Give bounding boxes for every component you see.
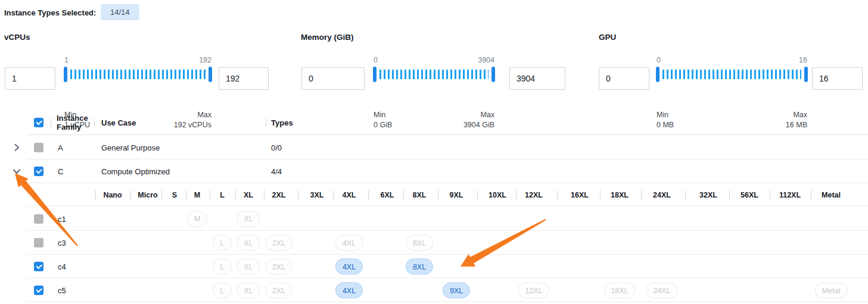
slider-ticks [70,70,206,79]
size-pill[interactable]: XL [237,283,260,299]
slider-handle-max[interactable] [804,67,808,82]
filter-section: GPU 0 16 Min Max 0 MB 16 MB [599,30,868,108]
size-pill[interactable]: 24XL [646,283,677,299]
row-checkbox[interactable] [34,167,43,176]
use-case: General Purpose [101,143,160,152]
slider-handle-max[interactable] [209,67,212,82]
column-separator [298,190,298,200]
column-separator [770,190,770,200]
column-separator [557,190,558,200]
size-column-header: 16XL [571,191,589,199]
size-pill[interactable]: 4XL [335,259,363,275]
size-column-header: 18XL [611,191,629,199]
select-all-checkbox[interactable] [34,118,43,127]
filter-title: Memory (GiB) [301,33,354,42]
instance-row: c1 MXL [0,206,868,231]
instance-family: A [58,143,63,152]
max-input[interactable] [812,67,863,90]
size-pill[interactable]: XL [237,235,260,251]
column-separator [438,190,438,200]
family-group-row: A General Purpose 0/0 [0,135,868,159]
column-separator [685,190,686,200]
column-separator [729,190,730,200]
slider-track[interactable] [64,67,211,82]
size-pill[interactable]: XL [237,211,260,227]
size-column-header: 56XL [741,191,758,199]
size-pill[interactable]: 2XL [265,235,293,251]
slider-handle-min[interactable] [373,67,377,82]
size-column-header: Nano [103,191,122,199]
column-separator [94,118,95,127]
row-checkbox[interactable] [34,262,43,271]
size-column-header: M [194,191,200,199]
size-pill[interactable]: 8XL [406,259,433,275]
column-separator [333,190,334,200]
column-separator [641,190,642,200]
row-divider [27,302,868,302]
size-pill[interactable]: L [213,259,232,275]
size-column-header: S [172,191,177,199]
column-separator [235,190,236,200]
size-pill[interactable]: 8XL [406,235,433,251]
size-column-header: 4XL [343,191,356,199]
collapse-toggle[interactable] [12,167,21,176]
size-pill[interactable]: 12XL [518,283,549,299]
range-slider[interactable]: 0 3904 Min Max 0 GiB 3904 GiB [374,56,494,109]
slider-handle-min[interactable] [64,67,67,82]
instance-name: c5 [58,286,66,295]
size-pill[interactable]: 18XL [603,283,635,299]
min-input[interactable] [599,67,649,90]
row-checkbox[interactable] [34,286,43,295]
types-count: 0/0 [271,143,282,152]
instance-types-table: Instance Family Use Case Types A General… [0,110,868,302]
column-separator [266,118,266,127]
max-input[interactable] [219,67,269,90]
column-separator [600,190,601,200]
max-input[interactable] [509,67,565,90]
expand-toggle[interactable] [12,143,21,152]
size-pill[interactable]: 2XL [265,259,293,275]
size-pill[interactable]: XL [237,259,260,275]
column-header-use-case: Use Case [101,118,136,127]
filter-title: vCPUs [4,33,30,42]
instance-type-selector: Instance Types Selected: 14/14 vCPUs 1 1… [0,0,868,304]
size-column-header: 3XL [310,191,324,199]
table-header-row: Instance Family Use Case Types [0,110,868,135]
slider-min-label: 1 [64,56,69,64]
row-checkbox[interactable] [34,214,43,224]
size-pill[interactable]: L [213,283,232,299]
instance-row: c4 LXL2XL4XL8XL [0,255,868,278]
min-input[interactable] [301,67,365,90]
slider-track[interactable] [657,67,807,82]
min-input[interactable] [5,67,55,90]
selected-count-label: Instance Types Selected: [4,8,96,17]
column-separator [130,190,131,200]
filter-section: Memory (GiB) 0 3904 Min Max 0 GiB 3904 G… [301,30,570,108]
size-pill[interactable]: 4XL [335,283,363,299]
size-pill[interactable]: M [187,211,207,227]
size-pill[interactable]: 9XL [443,283,470,299]
size-column-header: L [220,191,225,199]
slider-track[interactable] [374,67,494,82]
range-slider[interactable]: 0 16 Min Max 0 MB 16 MB [657,56,807,109]
row-checkbox[interactable] [34,143,43,152]
column-separator [210,190,210,200]
range-slider[interactable]: 1 192 Min Max 1 vCPU 192 vCPUs [64,56,211,109]
slider-ticks [379,70,489,79]
column-header-types: Types [271,118,293,127]
size-pill[interactable]: L [213,235,232,251]
slider-max-label: 16 [799,56,807,64]
size-column-header: 8XL [413,191,427,199]
size-pill[interactable]: 2XL [265,283,293,299]
row-checkbox[interactable] [34,238,43,247]
column-separator [811,190,811,200]
family-group-row: C Compute Optimized 4/4 [0,159,868,183]
slider-handle-min[interactable] [656,67,659,82]
size-pill[interactable]: Metal [815,283,848,299]
size-pill[interactable]: 4XL [335,235,363,251]
slider-min-label: 0 [657,56,661,64]
instance-name: c1 [58,214,66,223]
slider-handle-max[interactable] [491,67,495,82]
column-separator [95,190,96,200]
filter-section: vCPUs 1 192 Min Max 1 vCPU 192 vCPUs [4,30,273,108]
